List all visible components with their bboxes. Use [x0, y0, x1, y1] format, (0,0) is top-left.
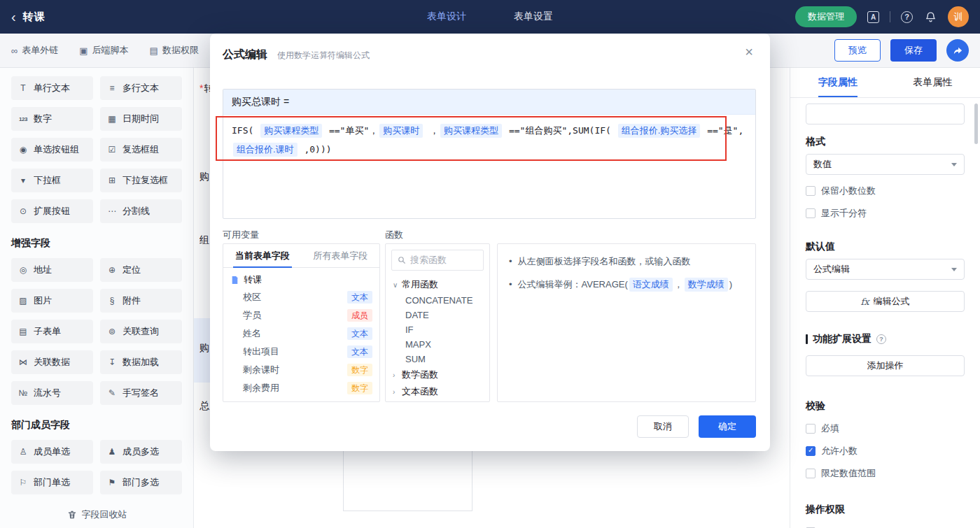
- function-item[interactable]: SUM: [386, 352, 489, 366]
- field-chip[interactable]: 组合报价.购买选择: [618, 124, 701, 138]
- thousand-separator-checkbox[interactable]: 显示千分符: [806, 207, 965, 220]
- tab-form-properties[interactable]: 表单属性: [886, 68, 980, 97]
- data-load-icon: ↧: [106, 357, 118, 367]
- function-search-input[interactable]: 搜索函数: [391, 250, 484, 271]
- palette-item-label: 下拉框: [34, 174, 61, 187]
- keep-decimal-checkbox[interactable]: 保留小数位数: [806, 185, 965, 197]
- palette-item-location[interactable]: ⊕定位: [100, 258, 182, 282]
- field-title-input[interactable]: [806, 104, 965, 124]
- palette-item-image[interactable]: ▨图片: [11, 289, 93, 313]
- palette-item-radio-group[interactable]: ◉单选按钮组: [11, 138, 93, 162]
- palette-item-signature[interactable]: ✎手写签名: [100, 381, 182, 405]
- function-item[interactable]: DATE: [386, 308, 489, 322]
- tab-form-design[interactable]: 表单设计: [427, 10, 466, 23]
- linked-data-icon: ⋈: [18, 357, 29, 367]
- data-permission-button[interactable]: ▤ 数据权限: [150, 44, 199, 57]
- palette-item-number[interactable]: 123数字: [11, 107, 93, 131]
- palette-item-address[interactable]: ◎地址: [11, 258, 93, 282]
- palette-item-label: 部门多选: [122, 476, 159, 489]
- palette-item-multi-line-text[interactable]: ≡多行文本: [100, 76, 182, 100]
- palette-item-dept-single[interactable]: ⚐部门单选: [11, 471, 93, 494]
- palette-item-lookup[interactable]: ⊚关联查询: [100, 320, 182, 343]
- palette-item-member-single[interactable]: ♙成员单选: [11, 440, 93, 464]
- close-icon[interactable]: ×: [745, 45, 753, 59]
- palette-item-subform[interactable]: ▤子表单: [11, 320, 93, 343]
- save-button[interactable]: 保存: [890, 39, 937, 62]
- field-chip[interactable]: 购买课时: [379, 124, 423, 138]
- avatar[interactable]: 训: [948, 6, 969, 27]
- variables-root-node[interactable]: 转课: [223, 268, 379, 288]
- variable-row[interactable]: 校区文本: [223, 288, 379, 306]
- field-type-badge: 数字: [347, 382, 372, 394]
- field-chip[interactable]: 组合报价.课时: [233, 143, 298, 157]
- allow-decimal-checkbox[interactable]: 允许小数: [806, 445, 965, 457]
- preview-button[interactable]: 预览: [834, 39, 881, 62]
- tab-all-form-fields[interactable]: 所有表单字段: [302, 244, 380, 267]
- cancel-button[interactable]: 取消: [637, 415, 689, 438]
- field-recycle-bin[interactable]: 字段回收站: [0, 508, 194, 521]
- tab-form-settings[interactable]: 表单设置: [514, 10, 553, 23]
- back-button[interactable]: ‹: [11, 10, 16, 24]
- tab-field-properties[interactable]: 字段属性: [790, 68, 886, 97]
- palette-item-serial-number[interactable]: №流水号: [11, 381, 93, 405]
- edit-formula-button[interactable]: fx 编辑公式: [806, 291, 965, 312]
- field-chip[interactable]: 购买课程类型: [260, 124, 322, 138]
- field-recycle-bin-label: 字段回收站: [82, 508, 127, 521]
- palette-item-extend-button[interactable]: ⊙扩展按钮: [11, 199, 93, 223]
- checkbox-icon: [806, 186, 816, 196]
- default-value-select[interactable]: 公式编辑: [806, 259, 965, 280]
- help-circle-icon[interactable]: ?: [876, 334, 886, 344]
- checkbox-group-icon: ☑: [106, 145, 118, 155]
- palette-item-label: 地址: [34, 264, 52, 276]
- field-label-fragment: 购: [200, 171, 210, 183]
- confirm-button[interactable]: 确定: [699, 415, 756, 438]
- formula-body[interactable]: IFS( 购买课程类型 =="单买"，购买课时 ，购买课程类型 =="组合购买"…: [223, 115, 755, 165]
- address-icon: ◎: [18, 265, 29, 275]
- backend-script-button[interactable]: ▣ 后端脚本: [79, 44, 128, 57]
- scrollbar-thumb[interactable]: [974, 104, 978, 144]
- palette-item-checkbox-group[interactable]: ☑复选框组: [100, 138, 182, 162]
- data-permission-icon: ▤: [150, 45, 158, 56]
- function-item[interactable]: CONCATENATE: [386, 293, 489, 308]
- formula-editor[interactable]: 购买总课时 = IFS( 购买课程类型 =="单买"，购买课时 ，购买课程类型 …: [223, 89, 756, 219]
- palette-item-data-load[interactable]: ↧数据加载: [100, 350, 182, 374]
- topbar-actions: 数据管理 A ? 训: [795, 6, 969, 27]
- tab-current-form-fields[interactable]: 当前表单字段: [223, 244, 302, 267]
- function-item[interactable]: MAPX: [386, 337, 489, 352]
- notification-bell-icon[interactable]: [923, 10, 937, 24]
- palette-item-single-line-text[interactable]: T单行文本: [11, 76, 93, 100]
- palette-item-member-multi[interactable]: ♟成员多选: [100, 440, 182, 464]
- variable-row[interactable]: 转出项目文本: [223, 343, 379, 361]
- palette-item-datetime[interactable]: ▦日期时间: [100, 107, 182, 131]
- format-select[interactable]: 数值: [806, 154, 965, 175]
- add-action-button[interactable]: 添加操作: [806, 355, 965, 376]
- translate-icon[interactable]: A: [867, 11, 879, 23]
- palette-item-dropdown-multi[interactable]: ⊞下拉复选框: [100, 169, 182, 192]
- variable-row[interactable]: 剩余课时数字: [223, 361, 379, 379]
- function-group-math[interactable]: ›数学函数: [386, 366, 489, 383]
- palette-item-attachment[interactable]: §附件: [100, 289, 182, 313]
- variable-row[interactable]: 学员成员: [223, 306, 379, 324]
- field-label-fragment: 组: [200, 234, 210, 247]
- function-group-text[interactable]: ›文本函数: [386, 383, 489, 400]
- limit-range-checkbox[interactable]: 限定数值范围: [806, 467, 965, 480]
- help-line: • 从左侧面板选择字段名和函数，或输入函数: [509, 254, 744, 269]
- dropdown-multi-icon: ⊞: [106, 176, 118, 185]
- palette-item-linked-data[interactable]: ⋈关联数据: [11, 350, 93, 374]
- palette-item-label: 数字: [34, 113, 52, 125]
- dept-member-field-group: ♙成员单选 ♟成员多选 ⚐部门单选 ⚑部门多选: [11, 440, 182, 494]
- share-button[interactable]: [946, 39, 969, 62]
- function-item[interactable]: IF: [386, 322, 489, 337]
- variable-row[interactable]: 剩余费用数字: [223, 379, 379, 397]
- function-group-common[interactable]: ∨常用函数: [386, 276, 489, 293]
- data-manage-button[interactable]: 数据管理: [795, 6, 857, 27]
- variable-row[interactable]: 姓名文本: [223, 324, 379, 343]
- required-label: 必填: [821, 422, 839, 435]
- required-checkbox[interactable]: 必填: [806, 422, 965, 435]
- palette-item-divider[interactable]: ⋯分割线: [100, 199, 182, 223]
- palette-item-dept-multi[interactable]: ⚑部门多选: [100, 471, 182, 494]
- field-chip[interactable]: 购买课程类型: [440, 124, 502, 138]
- help-icon[interactable]: ?: [901, 11, 913, 23]
- form-external-link-button[interactable]: ∞ 表单外链: [11, 44, 58, 57]
- palette-item-dropdown[interactable]: ▾下拉框: [11, 169, 93, 192]
